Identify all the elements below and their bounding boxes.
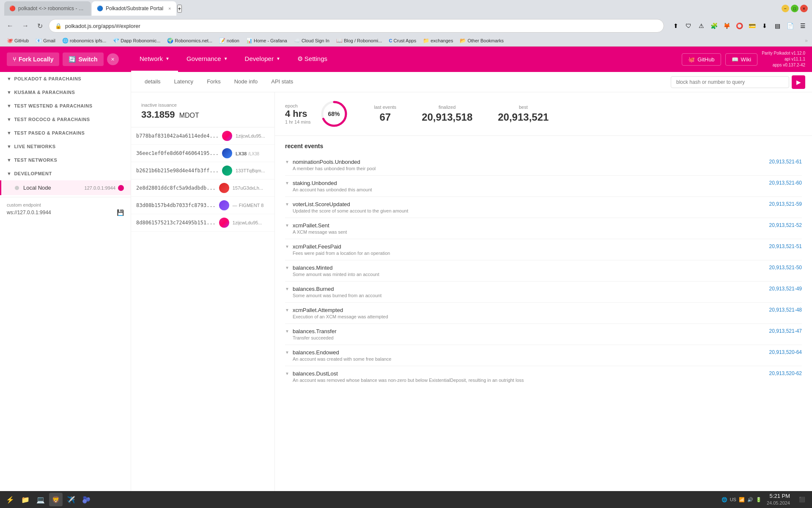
sidebar-group-westend-chevron-icon: ▼	[7, 103, 11, 108]
address-bar[interactable]: 🔒 polkadot.js.org/apps/#/explorer	[49, 19, 664, 33]
github-label: GitHub	[697, 56, 714, 63]
wiki-button[interactable]: 📖 Wiki	[725, 53, 758, 66]
sidebar-group-kusama[interactable]: ▼ KUSAMA & PARACHAINS	[0, 86, 131, 99]
sidebar-group-live[interactable]: ▼ LIVE NETWORKS	[0, 140, 131, 153]
minimize-button[interactable]: −	[782, 5, 789, 12]
nav-item-governance[interactable]: Governance ▼	[178, 47, 236, 72]
bm-robonomics-ipfs[interactable]: 🌐robonomics ipfs...	[60, 37, 109, 44]
sidebar-group-westend[interactable]: ▼ TEST WESTEND & PARACHAINS	[0, 99, 131, 113]
subnav-forks[interactable]: Forks	[200, 72, 228, 92]
search-run-button[interactable]: ▶	[792, 75, 805, 89]
taskbar-show-desktop[interactable]: ⬛	[795, 493, 809, 506]
bm-blog[interactable]: 📖Blog / Robonomi...	[334, 37, 385, 44]
tab-close-button[interactable]: ×	[168, 6, 171, 11]
event-block-3[interactable]: 20,913,521-52	[769, 222, 802, 228]
close-window-button[interactable]: ×	[800, 5, 808, 12]
bm-cloud-signin[interactable]: ☁️Cloud Sign In	[291, 37, 332, 44]
block-row-6[interactable]: 8d8061575213c724495b151... 1zijcwLdu95..…	[131, 214, 274, 232]
block-row-3[interactable]: b2621b6b215e98d4e44fb3ff... 133TTqBqm...	[131, 162, 274, 179]
keyboard-icon: 🌐	[721, 497, 727, 502]
nav-governance-label: Governance	[187, 55, 221, 62]
event-block-5[interactable]: 20,913,521-50	[769, 265, 802, 271]
fork-locally-button[interactable]: ⑂ Fork Locally	[7, 52, 59, 66]
block-search-input[interactable]	[671, 76, 789, 88]
subnav-api-stats[interactable]: API stats	[264, 72, 300, 92]
event-block-9[interactable]: 20,913,520-64	[769, 349, 802, 355]
sidebar-group-paseo[interactable]: ▼ TEST PASEO & PARACHAINS	[0, 126, 131, 140]
shield-icon[interactable]: 🛡	[683, 21, 694, 31]
taskbar-app-brave[interactable]: 🦁	[49, 493, 63, 506]
block-row-4[interactable]: 2e8d2801ddc8fc5a9dadbdb... 157uG3dxLh...	[131, 179, 274, 197]
bm-robonomics-net[interactable]: 🌍Robonomics.net...	[165, 37, 215, 44]
subnav-details[interactable]: details	[138, 72, 167, 92]
block-row-2[interactable]: 36eec1ef0fe8d60f46064195... LX38 /LX38	[131, 145, 274, 162]
event-block-1[interactable]: 20,913,521-60	[769, 180, 802, 186]
event-block-6[interactable]: 20,913,521-49	[769, 286, 802, 292]
sidebar-item-local-node[interactable]: Local Node 127.0.0.1:9944	[0, 180, 131, 195]
browser-tab-inactive[interactable]: 🔴 polkadot <-> robonomics - Hac...	[4, 1, 91, 16]
metamask-icon[interactable]: 🦊	[721, 21, 732, 31]
event-block-10[interactable]: 20,913,520-62	[769, 370, 802, 376]
download-icon[interactable]: ⬇	[760, 21, 770, 31]
event-desc-5: Some amount was minted into an account	[293, 272, 766, 277]
sidebar-group-test[interactable]: ▼ TEST NETWORKS	[0, 153, 131, 167]
menu-icon[interactable]: ☰	[798, 21, 808, 31]
event-block-7[interactable]: 20,913,521-48	[769, 307, 802, 313]
bm-other-bookmarks[interactable]: 📂Other Bookmarks	[457, 37, 506, 44]
bm-github[interactable]: 🐙GitHub	[4, 37, 31, 44]
taskbar-app-terminal[interactable]: 💻	[34, 493, 47, 506]
switch-label: Switch	[78, 56, 97, 63]
bm-gmail[interactable]: 📧Gmail	[33, 37, 58, 44]
bm-notion[interactable]: 📝notion	[217, 37, 242, 44]
event-block-4[interactable]: 20,913,521-51	[769, 243, 802, 249]
bm-exchanges[interactable]: 📁exchanges	[420, 37, 455, 44]
bm-dapp-robonomic[interactable]: 💎Dapp Robonomic...	[110, 37, 163, 44]
sidebar-group-development[interactable]: ▼ DEVELOPMENT	[0, 167, 131, 180]
reload-button[interactable]: ↻	[35, 20, 45, 32]
taskbar-app-raspberry[interactable]: 🫐	[80, 493, 93, 506]
event-block-2[interactable]: 20,913,521-59	[769, 201, 802, 207]
parity-icon[interactable]: ⭕	[734, 21, 744, 31]
taskbar-app-telegram[interactable]: ✈️	[64, 493, 78, 506]
github-icon: 🐙	[688, 56, 695, 63]
sidebar-group-rococo[interactable]: ▼ TEST ROCOCO & PARACHAINS	[0, 113, 131, 126]
nav-item-settings[interactable]: ⚙ Settings	[289, 47, 336, 72]
taskbar-app-activities[interactable]: ⚡	[3, 493, 17, 506]
sidebar-toggle-icon[interactable]: ▤	[772, 21, 782, 31]
browser-tab-active[interactable]: 🔵 Polkadot/Substrate Portal ×	[92, 1, 176, 16]
browser-chrome: 🔴 polkadot <-> robonomics - Hac... 🔵 Pol…	[0, 0, 812, 47]
event-chevron-6: ▼	[285, 286, 289, 291]
share-icon[interactable]: ⬆	[671, 21, 681, 31]
forward-button[interactable]: →	[19, 20, 31, 31]
event-block-8[interactable]: 20,913,521-47	[769, 328, 802, 334]
event-name-6: balances.Burned	[293, 286, 766, 292]
sidebar-group-polkadot[interactable]: ▼ POLKADOT & PARACHAINS	[0, 72, 131, 86]
bm-grafana[interactable]: 📊Home - Grafana	[244, 37, 290, 44]
maximize-button[interactable]: □	[791, 5, 798, 12]
bookmarks-more[interactable]: »	[805, 38, 808, 44]
github-button[interactable]: 🐙 GitHub	[682, 53, 721, 66]
back-button[interactable]: ←	[4, 20, 16, 31]
readview-icon[interactable]: 📄	[785, 21, 795, 31]
block-row-5[interactable]: 83d08b157b4db7033fc8793... — FIGMENT 8	[131, 197, 274, 214]
extensions-icon[interactable]: 🧩	[709, 21, 719, 31]
switch-button[interactable]: 🔄 Switch	[63, 52, 103, 66]
close-nav-button[interactable]: ×	[107, 53, 119, 65]
save-endpoint-icon[interactable]: 💾	[117, 209, 124, 216]
subnav-node-info[interactable]: Node info	[228, 72, 265, 92]
alert-icon[interactable]: ⚠	[696, 21, 706, 31]
nav-item-network[interactable]: Network ▼	[131, 47, 178, 72]
subnav-latency[interactable]: Latency	[167, 72, 200, 92]
event-desc-7: Execution of an XCM message was attempte…	[293, 314, 766, 319]
taskbar-app-files[interactable]: 📁	[19, 493, 32, 506]
sidebar-group-test-label: TEST NETWORKS	[14, 157, 57, 163]
bm-crust[interactable]: CCrust Apps	[386, 37, 419, 44]
nav-item-developer[interactable]: Developer ▼	[236, 47, 289, 72]
event-info-2: voterList.ScoreUpdated Updated the score…	[293, 201, 766, 213]
custom-endpoint-section: custom endpoint ws://127.0.0.1:9944 💾	[0, 197, 131, 221]
new-tab-button[interactable]: +	[177, 5, 182, 13]
content-area: details Latency Forks Node info API stat…	[131, 72, 812, 508]
wallet-icon[interactable]: 💳	[747, 21, 757, 31]
block-row-1[interactable]: b778baf831042a4a6114ede4... 1zijcwLdu95.…	[131, 127, 274, 145]
event-block-0[interactable]: 20,913,521-61	[769, 159, 802, 165]
